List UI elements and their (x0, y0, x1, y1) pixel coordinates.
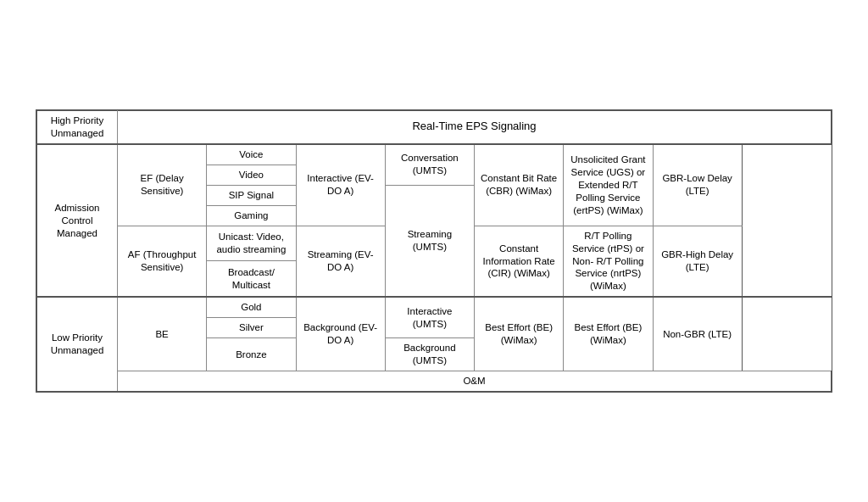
main-table-wrapper: High Priority Unmanaged Real-Time EPS Si… (36, 109, 832, 393)
om-label: O&M (118, 371, 832, 392)
af-label: AF (Throughput Sensitive) (118, 226, 207, 297)
real-time-eps-label: Real-Time EPS Signaling (118, 111, 832, 144)
best-effort-wimax2-label: Best Effort (BE) (WiMax) (564, 297, 653, 371)
cbr-wimax-label: Constant Bit Rate (CBR) (WiMax) (475, 144, 564, 226)
streaming-umts-label: Streaming (UMTS) (385, 185, 474, 297)
admission-control-label: Admission Control Managed (37, 144, 118, 297)
background-evdo-label: Background (EV-DO A) (296, 297, 385, 371)
gaming-label: Gaming (207, 205, 296, 226)
silver-label: Silver (207, 318, 296, 338)
conversation-umts-label: Conversation (UMTS) (385, 144, 474, 185)
bronze-label: Bronze (207, 338, 296, 371)
low-priority-label: Low Priority Unmanaged (37, 297, 118, 391)
gbr-high-label: GBR-High Delay (LTE) (653, 226, 742, 297)
ugs-wimax-label: Unsolicited Grant Service (UGS) or Exten… (564, 144, 653, 226)
gold-label: Gold (207, 297, 296, 317)
interactive-evdo-label: Interactive (EV-DO A) (296, 144, 385, 226)
ef-label: EF (Delay Sensitive) (118, 144, 207, 226)
best-effort-wimax-label: Best Effort (BE) (WiMax) (475, 297, 564, 371)
unicast-label: Unicast: Video, audio streaming (207, 226, 296, 261)
rtps-wimax-label: R/T Polling Service (rtPS) or Non- R/T P… (564, 226, 653, 297)
be-label: BE (118, 297, 207, 371)
video-label: Video (207, 165, 296, 185)
streaming-evdo-label: Streaming (EV-DO A) (296, 226, 385, 297)
cir-wimax-label: Constant Information Rate (CIR) (WiMax) (475, 226, 564, 297)
high-priority-label: High Priority Unmanaged (37, 111, 118, 144)
voice-label: Voice (207, 144, 296, 165)
background-umts-label: Background (UMTS) (385, 338, 474, 371)
gbr-low-label: GBR-Low Delay (LTE) (653, 144, 742, 226)
interactive-umts-label: Interactive (UMTS) (385, 297, 474, 337)
sip-signal-label: SIP Signal (207, 185, 296, 205)
non-gbr-label: Non-GBR (LTE) (653, 297, 742, 371)
broadcast-label: Broadcast/ Multicast (207, 261, 296, 297)
